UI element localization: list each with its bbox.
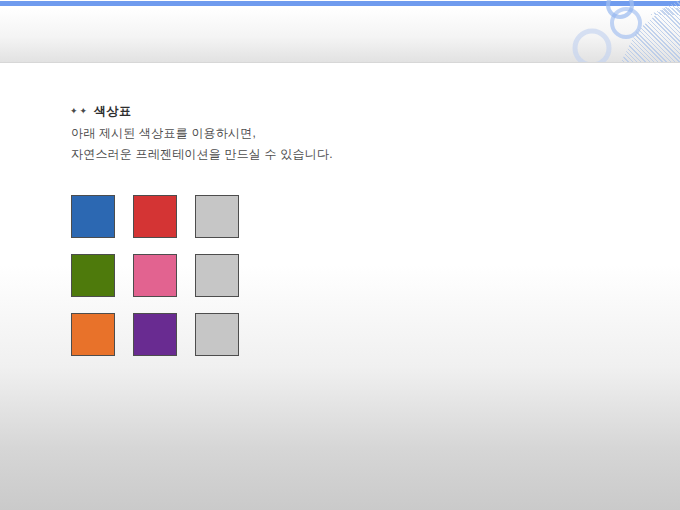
color-swatch-pink bbox=[133, 254, 177, 297]
slide-title: 색상표 bbox=[94, 104, 132, 118]
color-swatch-purple bbox=[133, 313, 177, 356]
diagonal-stripes-icon bbox=[608, 8, 680, 62]
color-swatch-orange bbox=[71, 313, 115, 356]
color-swatch-gray-1 bbox=[195, 195, 239, 238]
slide-title-row: ✦✦색상표 bbox=[70, 103, 132, 120]
header-blue-bar bbox=[0, 1, 680, 6]
color-swatch-gray-2 bbox=[195, 254, 239, 297]
title-bullet-icon: ✦✦ bbox=[70, 106, 89, 116]
circles-decor-icon bbox=[520, 0, 680, 62]
color-swatch-red bbox=[133, 195, 177, 238]
color-grid bbox=[71, 195, 239, 356]
body-text-line-2: 자연스러운 프레젠테이션을 만드실 수 있습니다. bbox=[71, 146, 333, 163]
slide-header-band bbox=[0, 0, 680, 63]
header-decoration bbox=[520, 0, 680, 62]
color-swatch-blue bbox=[71, 195, 115, 238]
body-text-line-1: 아래 제시된 색상표를 이용하시면, bbox=[71, 125, 256, 142]
color-swatch-green bbox=[71, 254, 115, 297]
color-swatch-gray-3 bbox=[195, 313, 239, 356]
presentation-slide: ✦✦색상표 아래 제시된 색상표를 이용하시면, 자연스러운 프레젠테이션을 만… bbox=[0, 0, 680, 510]
